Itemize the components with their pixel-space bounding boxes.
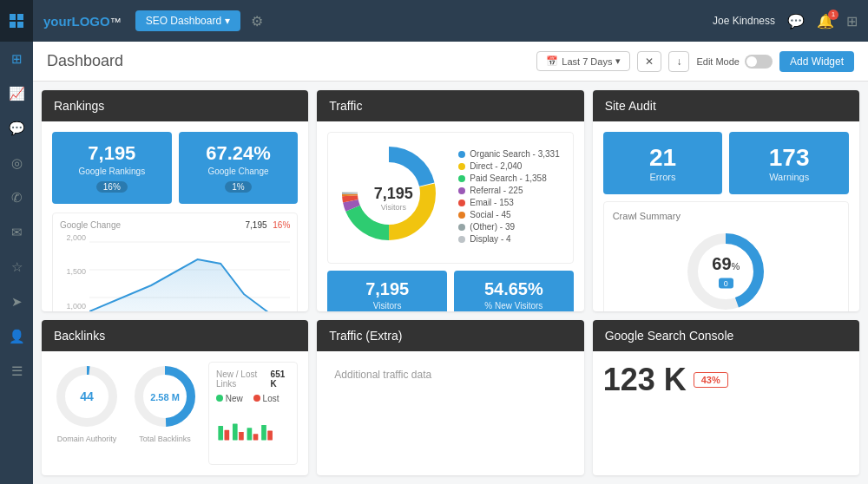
edit-mode-toggle: Edit Mode — [696, 55, 773, 69]
edit-mode-switch[interactable] — [745, 55, 773, 69]
gear-icon[interactable]: ⚙ — [251, 13, 263, 29]
backlinks-header: Backlinks — [42, 320, 308, 351]
svg-rect-30 — [267, 431, 273, 441]
gsc-header: Google Search Console — [593, 320, 859, 351]
traffic-donut: 7,195 Visitors — [337, 141, 450, 254]
svg-rect-26 — [239, 432, 244, 440]
sidebar-item-list[interactable]: ☰ — [0, 354, 33, 389]
sidebar-item-phone[interactable]: ✆ — [0, 180, 33, 215]
google-change-label: Google Change — [189, 167, 288, 176]
gsc-big-value: 123 K 43% — [603, 362, 849, 398]
download-btn[interactable]: ↓ — [668, 51, 689, 72]
svg-rect-25 — [233, 424, 238, 441]
warnings-card: 173 Warnings — [729, 132, 849, 194]
svg-rect-27 — [247, 428, 253, 440]
chat-icon[interactable]: 💬 — [787, 13, 805, 29]
crawl-donut-container: 69% 0 — [682, 228, 769, 311]
errors-card: 21 Errors — [603, 132, 723, 194]
sidebar-item-chat[interactable]: 💬 — [0, 111, 33, 146]
donut-center: 7,195 Visitors — [374, 185, 413, 212]
svg-rect-29 — [261, 425, 266, 441]
y-axis: 2,000 1,500 1,000 500 — [60, 233, 86, 311]
add-widget-btn[interactable]: Add Widget — [779, 51, 854, 72]
sidebar-item-star[interactable]: ☆ — [0, 250, 33, 285]
notification-icon[interactable]: 🔔 1 — [817, 13, 834, 29]
crawl-center: 69% 0 — [712, 254, 740, 290]
sidebar-item-user[interactable]: 👤 — [0, 319, 33, 354]
google-rankings-value: 7,195 — [62, 142, 161, 165]
line-chart-svg — [89, 233, 290, 311]
svg-rect-23 — [218, 426, 223, 441]
traffic-widget-2: Traffic (Extra) Additional traffic data — [317, 320, 583, 475]
chevron-down-icon: ▾ — [615, 56, 621, 67]
backlinks-widget: Backlinks 44 Domain Authority — [42, 320, 308, 475]
sidebar-item-target[interactable]: ◎ — [0, 146, 33, 180]
google-rankings-label: Google Rankings — [62, 167, 161, 176]
legend-email: Email - 153 — [458, 198, 563, 207]
legend-organic: Organic Search - 3,331 — [458, 149, 563, 159]
legend-referral: Referral - 225 — [458, 186, 563, 195]
visitors-card: 7,195 Visitors 16% — [327, 271, 447, 311]
legend-other: (Other) - 39 — [458, 222, 563, 232]
sidebar-item-analytics[interactable]: 📈 — [0, 76, 33, 111]
crawl-donut: 69% 0 36 Pages Crawled Last Crawled a mo… — [613, 228, 839, 311]
date-filter-btn[interactable]: 📅 Last 7 Days ▾ — [536, 51, 630, 71]
sidebar-item-dashboard[interactable]: ⊞ — [0, 42, 33, 76]
traffic-widget: Traffic — [317, 90, 583, 311]
legend-direct: Direct - 2,040 — [458, 161, 563, 171]
traffic-widget-2-header: Traffic (Extra) — [317, 320, 583, 351]
sidebar-item-email[interactable]: ✉ — [0, 215, 33, 250]
main-area: yourLOGO™ SEO Dashboard ▾ ⚙ Joe Kindness… — [33, 0, 868, 484]
legend-paid: Paid Search - 1,358 — [458, 173, 563, 183]
google-change-value: 67.24% — [189, 142, 288, 165]
svg-rect-28 — [253, 434, 259, 440]
apps-icon[interactable]: ⊞ — [846, 13, 858, 29]
dashboard-dropdown-btn[interactable]: SEO Dashboard ▾ — [135, 10, 240, 31]
gsc-widget: Google Search Console 123 K 43% — [593, 320, 859, 475]
edit-mode-label: Edit Mode — [696, 56, 740, 67]
logo-text: yourLOGO™ — [43, 14, 122, 29]
notification-badge: 1 — [828, 10, 838, 20]
chart-wrapper: 2,000 1,500 1,000 500 — [60, 233, 290, 311]
gsc-badge: 43% — [694, 372, 728, 388]
google-change-badge: 1% — [225, 181, 251, 193]
traffic-donut-section: 7,195 Visitors Organic Search - 3,331 Di… — [327, 132, 573, 264]
page-header: Dashboard 📅 Last 7 Days ▾ ✕ ↓ Edit Mode … — [33, 42, 868, 82]
chart-title: Google Change 7,195 16% — [60, 220, 290, 230]
rankings-body: 7,195 Google Rankings 16% 67.24% Google … — [42, 121, 308, 311]
backlink-center-2: 2.58 M — [150, 389, 180, 404]
rankings-chart-area: Google Change 7,195 16% 2,000 1,500 1,00… — [52, 213, 298, 311]
traffic-legend: Organic Search - 3,331 Direct - 2,040 Pa… — [458, 149, 563, 246]
audit-widget: Site Audit 21 Errors 173 Warnings Crawl … — [593, 90, 859, 311]
user-name: Joe Kindness — [713, 15, 775, 27]
sidebar-item-send[interactable]: ➤ — [0, 285, 33, 319]
traffic-body: 7,195 Visitors Organic Search - 3,331 Di… — [317, 121, 583, 311]
rankings-widget: Rankings 7,195 Google Rankings 16% 67.24… — [42, 90, 308, 311]
header-controls: 📅 Last 7 Days ▾ ✕ ↓ Edit Mode Add Widget — [536, 51, 854, 72]
new-lost-header: New / Lost Links 651 K — [216, 370, 290, 389]
logo-area: yourLOGO™ — [43, 14, 122, 29]
svg-rect-1 — [17, 14, 23, 20]
new-lost-legend: New Lost — [216, 394, 290, 403]
svg-rect-2 — [10, 22, 16, 28]
new-lost-chart — [216, 410, 290, 454]
svg-rect-24 — [224, 430, 229, 441]
line-chart-container — [89, 233, 290, 311]
calendar-icon: 📅 — [546, 56, 558, 67]
svg-rect-3 — [17, 22, 23, 28]
backlink-center-1: 44 — [80, 389, 94, 404]
legend-social: Social - 45 — [458, 210, 563, 219]
backlink-metric-2: 2.58 M Total Backlinks — [130, 362, 200, 465]
clear-btn[interactable]: ✕ — [637, 51, 661, 72]
crawl-section: Crawl Summary 69% 0 — [603, 201, 849, 311]
backlink-donut-2: 2.58 M — [130, 362, 200, 431]
page-title: Dashboard — [47, 52, 536, 70]
legend-display: Display - 4 — [458, 234, 563, 244]
backlinks-body: 44 Domain Authority 2.58 M — [42, 351, 308, 475]
google-change-card: 67.24% Google Change 1% — [179, 132, 299, 204]
backlink-metric-1: 44 Domain Authority — [52, 362, 122, 465]
traffic-metric-cards: 7,195 Visitors 16% 54.65% % New Visitors… — [327, 271, 573, 311]
chevron-down-icon: ▾ — [225, 15, 230, 27]
content-grid: Rankings 7,195 Google Rankings 16% 67.24… — [33, 82, 868, 484]
rankings-metric-cards: 7,195 Google Rankings 16% 67.24% Google … — [52, 132, 298, 204]
